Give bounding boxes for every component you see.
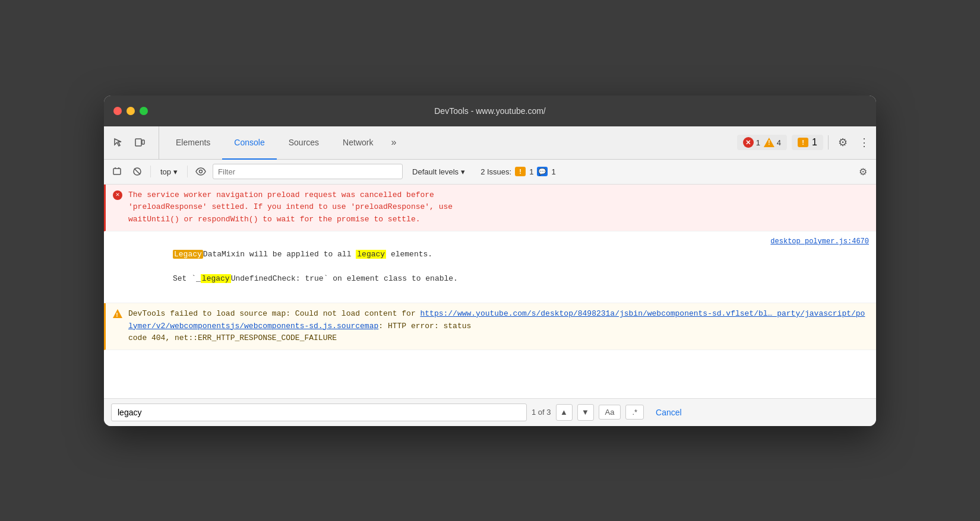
svg-line-6 (134, 169, 140, 174)
highlight-legacy-yellow-2: legacy (201, 274, 231, 283)
error-icon: ✕ (743, 137, 754, 148)
close-button[interactable] (113, 107, 122, 115)
title-bar: DevTools - www.youtube.com/ (104, 96, 876, 126)
info-text: LegacyDataMixin will be applied to all l… (127, 250, 458, 296)
search-prev-button[interactable]: ▲ (556, 404, 573, 421)
error-row-icon: ✕ (113, 190, 122, 200)
svg-rect-0 (135, 139, 141, 146)
tab-icon-group (109, 126, 159, 159)
case-sensitive-button[interactable]: Aa (599, 405, 621, 420)
tab-network[interactable]: Network (331, 127, 385, 160)
console-settings-button[interactable]: ⚙ (855, 163, 871, 180)
tabs: Elements Console Sources Network » (164, 126, 402, 159)
maximize-button[interactable] (140, 107, 148, 115)
console-content: ✕ The service worker navigation preload … (104, 185, 876, 398)
error-warning-badge[interactable]: ✕ 1 ! 4 (737, 135, 787, 150)
highlight-legacy-yellow: legacy (356, 250, 386, 259)
dropdown-arrow-icon: ▾ (173, 167, 178, 176)
filter-input[interactable] (213, 164, 403, 179)
warning-row-icon-wrap: ! (113, 309, 122, 318)
tab-console[interactable]: Console (222, 127, 276, 160)
divider (828, 135, 829, 150)
toolbar-separator-1 (150, 166, 151, 177)
issues-info-icon: ! (798, 138, 808, 147)
warning-icon: ! (764, 138, 774, 147)
search-next-button[interactable]: ▼ (577, 404, 594, 421)
info-row-content: desktop_polymer.js:4670 LegacyDataMixin … (127, 236, 869, 298)
settings-button[interactable]: ⚙ (833, 133, 852, 152)
svg-rect-2 (113, 169, 121, 174)
more-options-button[interactable]: ⋮ (857, 133, 871, 152)
issues-chat-icon: 💬 (537, 167, 548, 176)
devtools-window: DevTools - www.youtube.com/ Elements Co (104, 96, 876, 426)
search-cancel-button[interactable]: Cancel (649, 405, 689, 420)
no-icon-button[interactable] (129, 163, 146, 180)
regex-button[interactable]: .* (625, 405, 644, 420)
more-tabs-button[interactable]: » (385, 126, 402, 159)
svg-point-7 (200, 170, 203, 173)
context-selector[interactable]: top ▾ (156, 166, 182, 178)
console-error-row: ✕ The service worker navigation preload … (104, 185, 876, 231)
warning-text: DevTools failed to load source map: Coul… (128, 309, 865, 343)
warning-row-content: DevTools failed to load source map: Coul… (128, 308, 869, 345)
highlight-legacy-orange: Legacy (173, 250, 203, 259)
search-input[interactable] (111, 404, 527, 421)
error-message-text: The service worker navigation preload re… (128, 190, 453, 224)
search-count: 1 of 3 (532, 408, 551, 417)
warning-exclamation: ! (115, 311, 119, 320)
filter-input-wrap (213, 164, 403, 179)
tab-bar: Elements Console Sources Network » ✕ 1 (104, 126, 876, 160)
issues-badge[interactable]: ! 1 (792, 135, 823, 150)
inspect-element-button[interactable] (109, 133, 128, 152)
console-info-row: desktop_polymer.js:4670 LegacyDataMixin … (104, 231, 876, 303)
device-toolbar-button[interactable] (130, 133, 149, 152)
search-bar: 1 of 3 ▲ ▼ Aa .* Cancel (104, 398, 876, 426)
toolbar-separator-2 (187, 166, 188, 177)
warning-triangle-icon: ! (113, 309, 122, 318)
issues-warning-icon: ! (515, 167, 526, 176)
tab-elements[interactable]: Elements (164, 127, 222, 160)
traffic-lights (113, 107, 148, 115)
minimize-button[interactable] (127, 107, 135, 115)
warning-badge: ! 4 (764, 138, 781, 147)
window-title: DevTools - www.youtube.com/ (434, 106, 546, 116)
levels-dropdown[interactable]: Default levels ▾ (406, 166, 471, 178)
console-toolbar: top ▾ Default levels ▾ 2 Issues: ! 1 💬 1… (104, 160, 876, 185)
clear-console-button[interactable] (109, 163, 125, 180)
issues-group: 2 Issues: ! 1 💬 1 (475, 165, 562, 178)
error-row-content: The service worker navigation preload re… (128, 189, 869, 226)
warning-link[interactable]: https://www.youtube.com/s/desktop/849823… (128, 309, 865, 331)
error-badge: ✕ 1 (743, 137, 760, 148)
tab-sources[interactable]: Sources (277, 127, 331, 160)
tab-bar-right: ✕ 1 ! 4 ! 1 ⚙ ⋮ (737, 126, 871, 159)
svg-rect-1 (142, 140, 144, 144)
eye-button[interactable] (192, 163, 209, 180)
dropdown-arrow-icon: ▾ (461, 167, 465, 176)
source-link[interactable]: desktop_polymer.js:4670 (770, 236, 869, 247)
console-warning-row: ! DevTools failed to load source map: Co… (104, 303, 876, 350)
